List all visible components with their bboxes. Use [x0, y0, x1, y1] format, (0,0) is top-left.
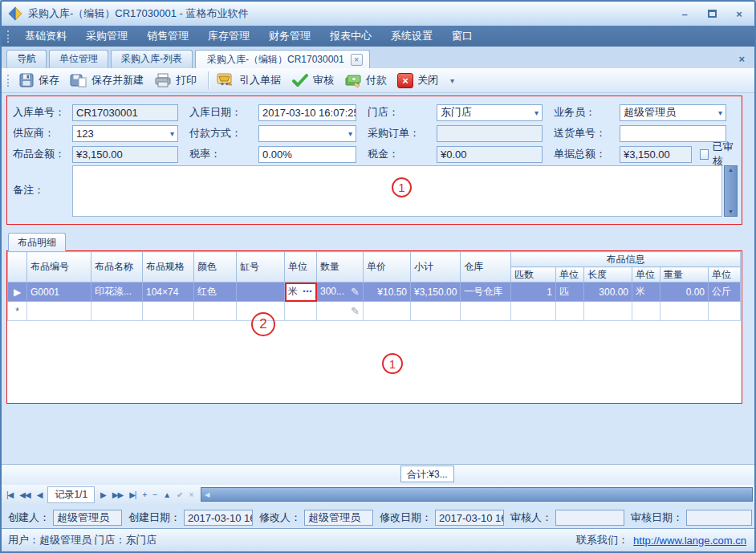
cell-length[interactable]: 300.00 — [584, 283, 632, 302]
audit-button[interactable]: 审核 — [288, 71, 341, 89]
chevron-down-icon[interactable]: ▾ — [715, 108, 722, 117]
col-header-code[interactable]: 布品编号 — [27, 252, 91, 283]
delivery-no-label: 送货单号： — [554, 126, 620, 140]
col-header-spec[interactable]: 布品规格 — [143, 252, 194, 283]
cell-pieces[interactable]: 1 — [511, 283, 556, 302]
chevron-down-icon[interactable]: ▾ — [167, 129, 174, 138]
tab-fabric-detail[interactable]: 布品明细 — [8, 233, 66, 251]
cell-warehouse[interactable]: 一号仓库 — [461, 283, 511, 302]
minimize-icon[interactable]: – — [676, 8, 693, 20]
chevron-down-icon[interactable]: ▾ — [531, 108, 539, 117]
menu-item-sales[interactable]: 销售管理 — [137, 26, 198, 47]
col-header-length-unit[interactable]: 单位 — [632, 267, 660, 283]
toolbar-overflow-icon[interactable]: ▾ — [445, 76, 459, 85]
print-button[interactable]: 打印 — [151, 71, 204, 90]
col-header-group-fabric-info[interactable]: 布品信息 — [511, 252, 741, 267]
col-header-pieces[interactable]: 匹数 — [511, 267, 556, 283]
tab-purchase-receipt-list[interactable]: 采购入库-列表 — [111, 50, 193, 68]
audited-checkbox[interactable] — [700, 149, 709, 160]
supplier-select[interactable]: 123▾ — [72, 125, 178, 142]
col-header-subtotal[interactable]: 小计 — [411, 252, 461, 283]
nav-first-icon[interactable]: |◀ — [3, 490, 16, 499]
col-header-vat[interactable]: 缸号 — [237, 252, 285, 283]
scroll-up-icon[interactable]: ▲ — [728, 166, 734, 174]
nav-next-page-icon[interactable]: ▶▶ — [109, 490, 126, 499]
nav-prev-page-icon[interactable]: ◀◀ — [16, 490, 33, 499]
col-header-unit[interactable]: 单位 — [285, 252, 317, 283]
scroll-left-icon[interactable]: ◀ — [201, 491, 209, 498]
cell-spec[interactable]: 104×74 — [143, 283, 194, 302]
close-doc-button[interactable]: × 关闭 — [394, 71, 445, 90]
cell-weight-unit[interactable]: 公斤 — [709, 283, 741, 302]
cell-subtotal[interactable]: ¥3,150.00 — [411, 283, 461, 302]
pay-method-select[interactable]: ▾ — [258, 125, 356, 142]
ellipsis-button[interactable]: ⋯ — [303, 286, 312, 297]
floppy-disk-icon — [18, 72, 35, 88]
contact-us-label: 联系我们： — [576, 533, 628, 547]
import-document-button[interactable]: 引入单据 — [213, 71, 288, 90]
col-header-weight[interactable]: 重量 — [660, 267, 709, 283]
nav-cancel-icon[interactable]: × — [185, 490, 196, 499]
save-and-new-button[interactable]: 保存并新建 — [67, 71, 151, 90]
col-header-length[interactable]: 长度 — [584, 267, 632, 283]
cell-weight[interactable]: 0.00 — [660, 283, 709, 302]
save-button[interactable]: 保存 — [15, 71, 67, 90]
menu-item-window[interactable]: 窗口 — [442, 26, 482, 47]
red-close-icon: × — [397, 73, 413, 88]
chevron-down-icon[interactable]: ▾ — [345, 129, 352, 138]
nav-post-icon[interactable]: ✔ — [173, 490, 185, 499]
remark-scrollbar[interactable]: ▲ ▼ — [724, 165, 738, 217]
salesman-select[interactable]: 超级管理员▾ — [620, 104, 726, 121]
tabstrip-close-icon[interactable]: × — [735, 53, 748, 65]
col-header-qty[interactable]: 数量 — [317, 252, 364, 283]
menu-item-basic-data[interactable]: 基础资料 — [15, 26, 76, 47]
create-date-label: 创建日期： — [128, 510, 181, 525]
col-header-color[interactable]: 颜色 — [194, 252, 237, 283]
nav-append-icon[interactable]: + — [139, 490, 149, 499]
store-select[interactable]: 东门店▾ — [437, 104, 543, 121]
table-row[interactable]: ▶ G0001 印花涤... 104×74 红色 米⋯ 300...✎ ¥10.… — [8, 283, 741, 302]
tab-close-icon[interactable]: × — [351, 54, 363, 66]
col-header-price[interactable]: 单价 — [364, 252, 411, 283]
tab-unit-management[interactable]: 单位管理 — [49, 50, 108, 68]
cell-pieces-unit[interactable]: 匹 — [556, 283, 584, 302]
cell-vat[interactable] — [237, 283, 285, 302]
scroll-down-icon[interactable]: ▼ — [728, 208, 734, 216]
cell-qty-empty[interactable]: ✎ — [317, 302, 364, 321]
nav-edit-icon[interactable]: ▲ — [160, 490, 173, 499]
tab-purchase-receipt-edit[interactable]: 采购入库-（编辑）CR17030001 × — [195, 50, 370, 68]
tax-rate-field[interactable]: 0.00% — [258, 146, 356, 163]
cell-qty[interactable]: 300...✎ — [317, 283, 364, 302]
col-header-weight-unit[interactable]: 单位 — [709, 267, 741, 283]
menu-item-reports[interactable]: 报表中心 — [320, 26, 381, 47]
menu-item-inventory[interactable]: 库存管理 — [198, 26, 259, 47]
tab-navigation[interactable]: 导航 — [6, 50, 47, 68]
website-link[interactable]: http://www.lange.com.cn — [633, 535, 746, 547]
close-doc-label: 关闭 — [417, 73, 438, 87]
nav-next-icon[interactable]: ▶ — [97, 490, 109, 499]
receipt-date-field[interactable]: 2017-03-10 16:07:25▾ — [258, 104, 356, 121]
window-close-icon[interactable]: × — [730, 8, 748, 20]
menu-item-purchase[interactable]: 采购管理 — [76, 26, 137, 47]
cell-length-unit[interactable]: 米 — [632, 283, 660, 302]
cell-name[interactable]: 印花涤... — [91, 283, 143, 302]
nav-prev-icon[interactable]: ◀ — [34, 490, 46, 499]
col-header-pieces-unit[interactable]: 单位 — [556, 267, 584, 283]
menu-item-system[interactable]: 系统设置 — [381, 26, 442, 47]
nav-last-icon[interactable]: ▶| — [126, 490, 139, 499]
payment-button[interactable]: 付款 — [341, 71, 394, 90]
col-header-warehouse[interactable]: 仓库 — [461, 252, 511, 283]
nav-delete-icon[interactable]: − — [149, 490, 160, 499]
menu-item-finance[interactable]: 财务管理 — [259, 26, 320, 47]
col-header-name[interactable]: 布品名称 — [91, 252, 143, 283]
status-bar: 用户：超级管理员 门店：东门店 联系我们： http://www.lange.c… — [2, 528, 754, 551]
cell-color[interactable]: 红色 — [194, 283, 237, 302]
document-tab-strip: 导航 单位管理 采购入库-列表 采购入库-（编辑）CR17030001 × × — [2, 47, 754, 68]
cell-unit-editor[interactable]: 米⋯ — [285, 283, 317, 302]
table-row-new[interactable]: * ✎ — [8, 302, 741, 321]
maximize-icon[interactable] — [703, 8, 721, 20]
total-amount-label: 单据总额： — [554, 147, 620, 161]
horizontal-scrollbar[interactable]: ◀ — [201, 487, 753, 502]
cell-price[interactable]: ¥10.50 — [364, 283, 411, 302]
cell-code[interactable]: G0001 — [27, 283, 91, 302]
